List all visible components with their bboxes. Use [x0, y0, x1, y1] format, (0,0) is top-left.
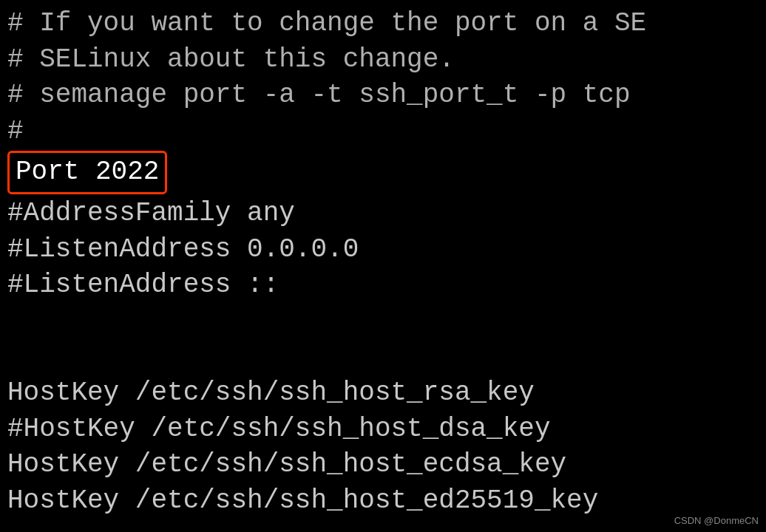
- terminal-line-10: [7, 339, 759, 375]
- terminal-line-2: # SELinux about this change.: [7, 42, 759, 78]
- terminal-line-9: [7, 304, 759, 340]
- terminal-line-6: #AddressFamily any: [7, 196, 759, 232]
- port-highlight-box: Port 2022: [7, 151, 167, 194]
- terminal-line-8: #ListenAddress ::: [7, 267, 759, 304]
- terminal-screen: # If you want to change the port on a SE…: [0, 0, 766, 525]
- terminal-line-12: #HostKey /etc/ssh/ssh_host_dsa_key: [7, 412, 759, 448]
- terminal-line-4: #: [7, 114, 759, 150]
- terminal-line-14: HostKey /etc/ssh/ssh_host_ed25519_key: [7, 483, 759, 519]
- terminal-line-1: # If you want to change the port on a SE: [7, 6, 759, 42]
- terminal-line-5-highlighted: Port 2022: [7, 149, 759, 196]
- terminal-line-11: HostKey /etc/ssh/ssh_host_rsa_key: [7, 375, 759, 412]
- terminal-line-13: HostKey /etc/ssh/ssh_host_ecdsa_key: [7, 447, 759, 483]
- terminal-line-7: #ListenAddress 0.0.0.0: [7, 232, 759, 268]
- terminal-line-3: # semanage port -a -t ssh_port_t -p tcp: [7, 78, 759, 114]
- watermark-text: CSDN @DonmeCN: [674, 514, 759, 528]
